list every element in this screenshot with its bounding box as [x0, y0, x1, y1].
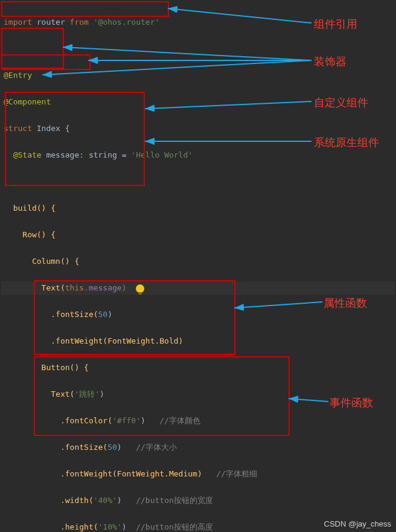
code-line: @Entry [1, 69, 395, 82]
code-line: build() { [1, 202, 395, 215]
code-line: struct Index { [1, 122, 395, 135]
code-line [1, 42, 395, 56]
code-line: .fontWeight(FontWeight.Bold) [1, 335, 395, 348]
code-line: .fontColor('#ff0') //字体颜色 [1, 414, 395, 428]
code-line: Row() { [1, 228, 395, 242]
annotation-label-native: 系统原生组件 [314, 135, 379, 150]
annotation-label-custom: 自定义组件 [314, 95, 368, 110]
code-line: .fontSize(50) //字体大小 [1, 441, 395, 454]
code-line: Column() { [1, 255, 395, 268]
annotation-label-import: 组件引用 [314, 17, 357, 31]
code-editor[interactable]: import router from '@ohos.router' @Entry… [0, 0, 396, 532]
code-line: .width('40%') //button按钮的宽度 [1, 494, 395, 507]
watermark: CSDN @jay_chess [324, 519, 391, 528]
code-line-highlighted: Text(this.message) [1, 281, 395, 295]
code-line: .fontWeight(FontWeight.Medium) //字体粗细 [1, 467, 395, 481]
annotation-label-attr: 属性函数 [324, 296, 367, 310]
lightbulb-icon[interactable] [136, 284, 144, 293]
code-line [1, 175, 395, 188]
code-line: @State message: string = 'Hello World' [1, 149, 395, 162]
annotation-label-event: 事件函数 [330, 396, 373, 410]
code-line: Button() { [1, 361, 395, 374]
annotation-label-decorator: 装饰器 [314, 54, 346, 69]
